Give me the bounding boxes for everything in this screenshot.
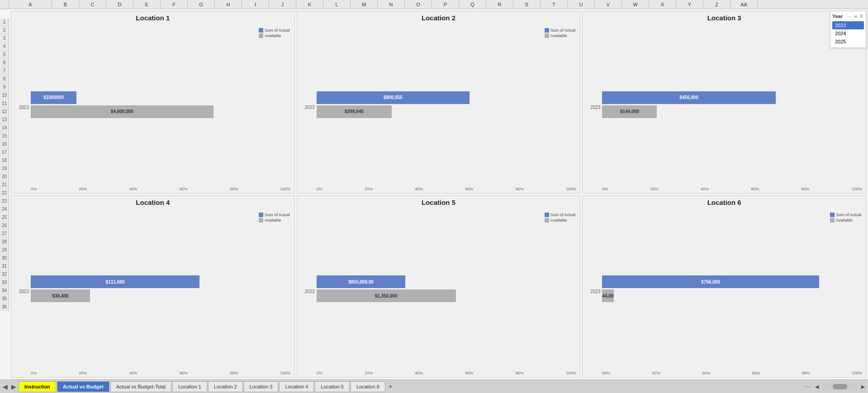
- scroll-sheets-right[interactable]: ►: [859, 383, 867, 390]
- col-K[interactable]: K: [296, 0, 323, 9]
- tab-location2[interactable]: Location 2: [208, 381, 243, 392]
- col-C[interactable]: C: [79, 0, 106, 9]
- chart1-avail-fill: $4,000,000: [31, 105, 213, 118]
- col-A[interactable]: A: [9, 0, 52, 9]
- col-V[interactable]: V: [595, 0, 622, 9]
- chart-location6: Location 6 2023 $756,000: [582, 195, 866, 378]
- chart-location3: Location 3 2023 $456,000: [582, 11, 866, 194]
- year-filter-panel[interactable]: Year ⋯ ≡ ⧖ 2023 2024 2025: [830, 11, 866, 48]
- col-Z[interactable]: Z: [703, 0, 730, 9]
- scroll-sheets-left[interactable]: ◄: [813, 383, 821, 390]
- col-U[interactable]: U: [568, 0, 595, 9]
- tab-nav-left[interactable]: ◀: [1, 380, 9, 393]
- chart1-title: Location 1: [15, 14, 291, 22]
- col-Q[interactable]: Q: [459, 0, 486, 9]
- main-area: 1 2 3 4 5 6 7 8 9 10 11 12 13 14 15 16 1…: [0, 9, 868, 379]
- col-N[interactable]: N: [378, 0, 405, 9]
- chart1-legend-actual-color: [259, 28, 263, 33]
- chart6-legend: Sum of Actual Available: [830, 213, 861, 223]
- col-M[interactable]: M: [351, 0, 378, 9]
- filter-funnel-icon[interactable]: ⧖: [859, 13, 864, 19]
- chart1-xaxis: 0% 20% 40% 60% 80% 100%: [31, 186, 291, 191]
- chart1-body: 2023 $1000000 $4,000,000: [15, 24, 291, 191]
- chart4-year-label: 2023: [15, 289, 31, 294]
- tab-actual-vs-budget-total[interactable]: Actual vs Budget-Total: [110, 381, 171, 392]
- sheet-scrollbar-thumb: [833, 384, 847, 389]
- chart1-avail-bar: $4,000,000: [31, 105, 259, 118]
- tab-instruction[interactable]: Instruction: [19, 381, 56, 392]
- col-X[interactable]: X: [649, 0, 676, 9]
- col-F[interactable]: F: [161, 0, 188, 9]
- col-AA[interactable]: AA: [730, 0, 758, 9]
- year-filter-label: Year: [832, 14, 843, 19]
- col-I[interactable]: I: [242, 0, 269, 9]
- year-option-2025[interactable]: 2025: [832, 38, 864, 46]
- chart5-title: Location 5: [301, 199, 577, 206]
- col-H[interactable]: H: [215, 0, 242, 9]
- tab-location1[interactable]: Location 1: [172, 381, 207, 392]
- filter-sort-icon[interactable]: ≡: [854, 13, 858, 19]
- col-O[interactable]: O: [405, 0, 432, 9]
- chart-location1: Location 1 2023 $1000000: [11, 11, 295, 194]
- chart4-title: Location 4: [15, 199, 291, 206]
- more-options-button[interactable]: ⋯: [804, 383, 812, 390]
- tab-nav-right[interactable]: ▶: [9, 380, 18, 393]
- chart6-year-label: 2023: [586, 289, 602, 294]
- col-G[interactable]: G: [188, 0, 215, 9]
- col-B[interactable]: B: [52, 0, 79, 9]
- chart4-legend: Sum of Actual Available: [259, 213, 290, 223]
- chart-location5: Location 5 2023 $850,000.00: [297, 195, 581, 378]
- filter-menu-icon[interactable]: ⋯: [846, 13, 853, 19]
- tab-location3[interactable]: Location 3: [244, 381, 279, 392]
- chart-location2: Location 2 2023 $800,055: [297, 11, 581, 194]
- col-L[interactable]: L: [323, 0, 351, 9]
- chart1-legend-avail-color: [259, 33, 263, 38]
- col-D[interactable]: D: [106, 0, 133, 9]
- sheet-scrollbar[interactable]: [822, 384, 858, 389]
- chart-location4: Location 4 2023 $111,600: [11, 195, 295, 378]
- chart1-actual-fill: $1000000: [31, 91, 76, 104]
- tabs-bar: ◀ ▶ Instruction Actual vs Budget Actual …: [0, 379, 868, 393]
- tab-actual-vs-budget[interactable]: Actual vs Budget: [57, 381, 109, 392]
- chart5-year-label: 2023: [301, 289, 317, 294]
- year-option-2024[interactable]: 2024: [832, 29, 864, 38]
- tabs-right-controls: ⋯ ◄ ►: [804, 383, 867, 390]
- col-T[interactable]: T: [541, 0, 568, 9]
- add-tab-button[interactable]: +: [386, 383, 395, 391]
- chart1-year-label: 2023: [15, 105, 31, 110]
- col-E[interactable]: E: [133, 0, 161, 9]
- tab-location6[interactable]: Location 6: [351, 381, 385, 392]
- chart2-legend: Sum of Actual Available: [545, 28, 576, 39]
- corner-cell: [0, 0, 9, 9]
- chart1-actual-bar: $1000000: [31, 91, 259, 104]
- col-Y[interactable]: Y: [676, 0, 703, 9]
- column-header-row: A B C D E F G H I J K L M N O P Q R S T …: [0, 0, 868, 9]
- chart6-title: Location 6: [586, 199, 862, 206]
- charts-grid: Location 1 2023 $1000000: [9, 9, 868, 379]
- tab-location5[interactable]: Location 5: [315, 381, 350, 392]
- chart2-title: Location 2: [301, 14, 577, 22]
- chart5-legend: Sum of Actual Available: [545, 213, 576, 223]
- year-filter-header: Year ⋯ ≡ ⧖: [832, 13, 864, 19]
- col-R[interactable]: R: [486, 0, 513, 9]
- col-P[interactable]: P: [432, 0, 459, 9]
- col-J[interactable]: J: [269, 0, 296, 9]
- row-numbers: 1 2 3 4 5 6 7 8 9 10 11 12 13 14 15 16 1…: [0, 18, 9, 311]
- chart1-legend: Sum of Actual Available: [259, 28, 290, 39]
- chart3-year-label: 2023: [586, 105, 602, 110]
- col-W[interactable]: W: [622, 0, 649, 9]
- chart3-title: Location 3: [586, 14, 862, 22]
- chart2-year-label: 2023: [301, 105, 317, 110]
- tab-location4[interactable]: Location 4: [279, 381, 314, 392]
- year-option-2023[interactable]: 2023: [832, 21, 864, 29]
- col-S[interactable]: S: [513, 0, 541, 9]
